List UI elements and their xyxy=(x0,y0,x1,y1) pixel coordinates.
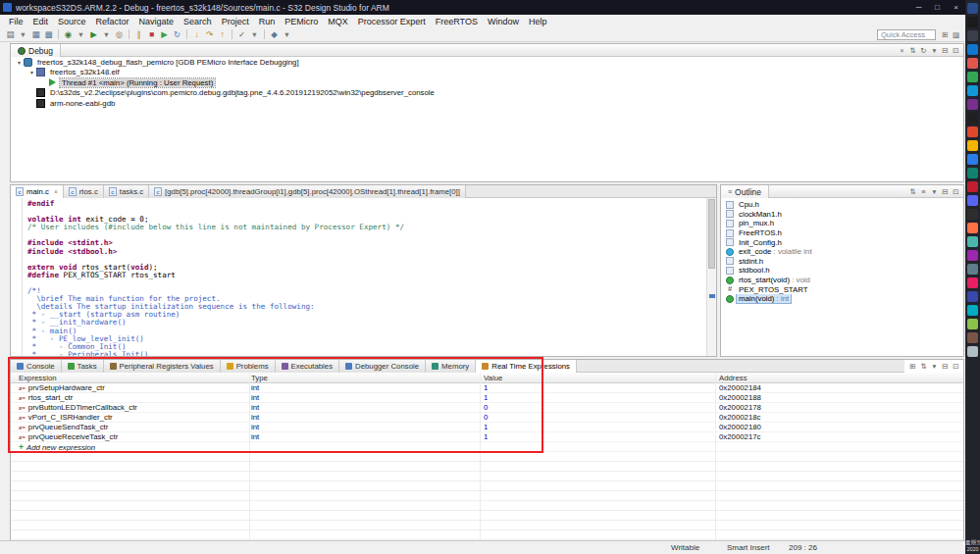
debug-tree-item[interactable]: D:\s32ds_v2.2\eclipse\plugins\com.pemicr… xyxy=(11,88,963,99)
menu-pemicro[interactable]: PEMicro xyxy=(280,17,323,26)
view-menu-icon[interactable]: ▾ xyxy=(929,362,940,371)
maximize-icon[interactable]: ⊡ xyxy=(951,362,961,371)
add-new-expression-row[interactable]: +Add new expression xyxy=(11,442,963,452)
menu-run[interactable]: Run xyxy=(254,17,281,26)
resume-icon[interactable]: ▶ xyxy=(158,28,171,41)
taskbar-app-icon[interactable] xyxy=(967,181,978,192)
restart-icon[interactable]: ↻ xyxy=(171,28,183,41)
outline-item[interactable]: exit_code : volatile int xyxy=(721,247,963,257)
tab-real-time-expressions[interactable]: Real Time Expressions xyxy=(476,360,577,373)
taskbar-app-icon[interactable] xyxy=(967,3,978,14)
close-tab-icon[interactable]: × xyxy=(54,188,58,195)
collapse-all-icon[interactable]: ⇅ xyxy=(918,362,929,371)
new-wizard-icon[interactable]: ▤ xyxy=(4,28,17,41)
dropdown-icon[interactable]: ▾ xyxy=(17,28,29,41)
perspective-cpp-icon[interactable]: ▨ xyxy=(951,30,961,39)
outline-item[interactable]: Cpu.h xyxy=(721,200,963,210)
expression-row[interactable]: x=prvQueueReceiveTask_ctrint10x2000217c xyxy=(11,432,963,442)
taskbar-app-icon[interactable] xyxy=(967,126,978,137)
collapse-all-icon[interactable]: ⇅ xyxy=(907,46,918,55)
column-separator[interactable] xyxy=(480,373,481,539)
outline-item[interactable]: rtos_start(void) : void xyxy=(721,276,963,285)
taskbar-app-icon[interactable] xyxy=(967,195,978,206)
taskbar-app-icon[interactable] xyxy=(967,17,978,27)
code-area[interactable]: #endif volatile int exit_code = 0;/* Use… xyxy=(27,200,705,356)
editor-tab-main-c[interactable]: cmain.c× xyxy=(11,185,64,198)
scrollbar-thumb[interactable] xyxy=(708,199,715,269)
menu-edit[interactable]: Edit xyxy=(28,17,54,26)
save-all-icon[interactable]: ▩ xyxy=(42,28,55,41)
taskbar-app-icon[interactable] xyxy=(967,332,978,343)
menu-processor-expert[interactable]: Processor Expert xyxy=(353,17,431,26)
minimize-icon[interactable]: ⊟ xyxy=(940,362,951,371)
menu-project[interactable]: Project xyxy=(217,17,254,26)
code-editor[interactable]: #endif volatile int exit_code = 0;/* Use… xyxy=(11,198,716,356)
menu-mqx[interactable]: MQX xyxy=(323,17,353,26)
expression-row[interactable]: x=vPort_C_ISRHandler_ctrint00x2000218c xyxy=(11,413,963,423)
remove-terminated-icon[interactable]: × xyxy=(897,46,907,55)
minimize-icon[interactable]: ⊟ xyxy=(940,46,951,55)
taskbar-app-icon[interactable] xyxy=(967,346,978,357)
expression-row[interactable]: x=prvSetupHardware_ctrint10x20002184 xyxy=(11,383,963,393)
profile-icon[interactable]: ◎ xyxy=(113,28,126,41)
debug-tree-item[interactable]: ▾freertos_s32k148_debug_flash_pemicro [G… xyxy=(11,57,963,68)
editor-tab--gdb-5-proc-42000-thread[interactable]: c[gdb[5].proc[42000].threadGroup[i1],gdb… xyxy=(149,185,466,198)
taskbar-app-icon[interactable] xyxy=(967,140,978,151)
menu-navigate[interactable]: Navigate xyxy=(134,17,180,26)
expand-arrow-icon[interactable]: ▾ xyxy=(27,69,36,76)
column-separator[interactable] xyxy=(715,373,716,539)
menu-refactor[interactable]: Refactor xyxy=(91,17,134,26)
taskbar-app-icon[interactable] xyxy=(967,305,978,316)
mark-occurrences-icon[interactable]: ✓ xyxy=(235,28,248,41)
taskbar-app-icon[interactable] xyxy=(967,58,978,69)
menu-window[interactable]: Window xyxy=(483,17,524,26)
taskbar-app-icon[interactable] xyxy=(967,209,978,220)
tab-memory[interactable]: Memory xyxy=(426,360,476,373)
outline-item[interactable]: Init_Config.h xyxy=(721,237,963,247)
hide-fields-icon[interactable]: ≡ xyxy=(918,187,929,196)
maximize-icon[interactable]: ⊡ xyxy=(951,46,961,55)
expression-row[interactable]: x=rtos_start_ctrint10x20002188 xyxy=(11,393,963,403)
taskbar-app-icon[interactable] xyxy=(967,223,978,233)
expand-arrow-icon[interactable]: ▾ xyxy=(15,59,24,66)
expression-row[interactable]: x=prvButtonLEDTimerCallback_ctrint00x200… xyxy=(11,403,963,413)
taskbar-app-icon[interactable] xyxy=(967,291,978,302)
taskbar-app-icon[interactable] xyxy=(967,319,978,329)
tab-outline[interactable]: ≡ Outline xyxy=(721,185,769,198)
quick-access-box[interactable]: Quick Access xyxy=(877,29,936,40)
external-tools-icon[interactable]: ◆ xyxy=(268,28,281,41)
dropdown-icon[interactable]: ▾ xyxy=(100,28,113,41)
taskbar-app-icon[interactable] xyxy=(967,85,978,96)
outline-item[interactable]: stdint.h xyxy=(721,257,963,267)
taskbar-app-icon[interactable] xyxy=(967,72,978,82)
save-icon[interactable]: ▦ xyxy=(29,28,42,41)
taskbar-app-icon[interactable] xyxy=(967,30,978,41)
dropdown-icon[interactable]: ▾ xyxy=(248,28,261,41)
tab-peripheral-registers-values[interactable]: Peripheral Registers Values xyxy=(104,360,221,373)
column-header-type[interactable]: Type xyxy=(251,373,268,383)
tab-problems[interactable]: Problems xyxy=(221,360,276,373)
tab-tasks[interactable]: Tasks xyxy=(62,360,104,373)
editor-tab-rtos-c[interactable]: crtos.c xyxy=(64,185,104,198)
column-header-expression[interactable]: Expression xyxy=(19,373,57,383)
debug-tree-item[interactable]: ▾freertos_s32k148.elf xyxy=(11,68,963,78)
tab-debugger-console[interactable]: Debugger Console xyxy=(339,360,426,373)
outline-item[interactable]: #PEX_RTOS_START xyxy=(721,284,963,294)
expression-row[interactable]: x=prvQueueSendTask_ctrint10x20002180 xyxy=(11,423,963,432)
debug-tree-item[interactable]: Thread #1 <main> (Running : User Request… xyxy=(11,77,963,88)
column-separator[interactable] xyxy=(249,373,250,539)
minimize-button[interactable]: ─ xyxy=(909,0,928,15)
menu-file[interactable]: File xyxy=(4,17,28,26)
close-button[interactable]: × xyxy=(947,0,965,15)
maximize-icon[interactable]: ⊡ xyxy=(951,187,961,196)
taskbar-app-icon[interactable] xyxy=(967,44,978,55)
step-into-icon[interactable]: ↓ xyxy=(190,28,203,41)
outline-item[interactable]: FreeRTOS.h xyxy=(721,228,963,238)
add-icon[interactable]: ⊞ xyxy=(907,362,918,371)
taskbar-app-icon[interactable] xyxy=(967,99,978,110)
menu-source[interactable]: Source xyxy=(53,17,91,26)
tab-console[interactable]: Console xyxy=(11,360,62,373)
column-header-address[interactable]: Address xyxy=(719,373,748,383)
view-menu-icon[interactable]: ▾ xyxy=(929,187,940,196)
step-return-icon[interactable]: ↑ xyxy=(216,28,229,41)
